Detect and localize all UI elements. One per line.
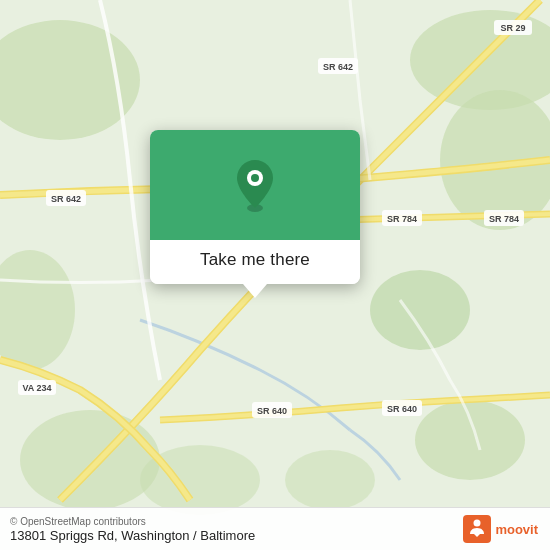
svg-text:SR 640: SR 640 [387, 404, 417, 414]
moovit-icon [463, 515, 491, 543]
svg-text:SR 29: SR 29 [500, 23, 525, 33]
map-attribution: © OpenStreetMap contributors [10, 516, 255, 527]
moovit-label: moovit [495, 522, 538, 537]
map-container: SR 642 SR 642 SR 784 SR 784 SR 640 SR 64… [0, 0, 550, 550]
svg-point-30 [474, 520, 481, 527]
svg-text:SR 784: SR 784 [387, 214, 417, 224]
svg-text:SR 642: SR 642 [323, 62, 353, 72]
svg-point-28 [251, 174, 259, 182]
take-me-there-button[interactable]: Take me there [200, 250, 310, 270]
svg-text:SR 640: SR 640 [257, 406, 287, 416]
svg-text:VA 234: VA 234 [22, 383, 51, 393]
bottom-bar: © OpenStreetMap contributors 13801 Sprig… [0, 507, 550, 550]
location-popup: Take me there [150, 130, 360, 284]
moovit-logo: moovit [463, 515, 538, 543]
popup-map-preview [150, 130, 360, 240]
bottom-bar-info: © OpenStreetMap contributors 13801 Sprig… [10, 516, 255, 543]
svg-text:SR 642: SR 642 [51, 194, 81, 204]
popup-button-section: Take me there [150, 240, 360, 284]
svg-point-4 [370, 270, 470, 350]
svg-text:SR 784: SR 784 [489, 214, 519, 224]
address-label: 13801 Spriggs Rd, Washington / Baltimore [10, 528, 255, 543]
svg-point-8 [285, 450, 375, 510]
svg-point-5 [415, 400, 525, 480]
svg-point-6 [20, 410, 160, 510]
location-pin-icon [233, 158, 277, 212]
